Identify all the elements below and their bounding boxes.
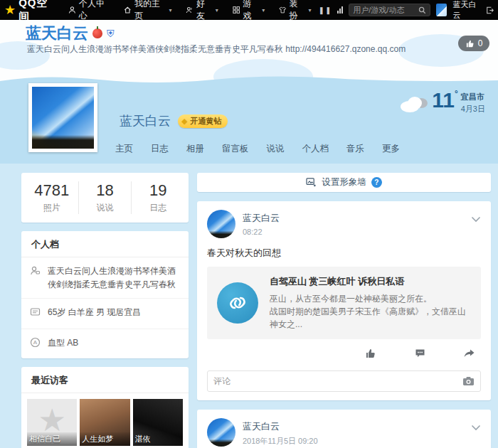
qzone-logo[interactable]: ★ QQ空间: [0, 0, 61, 23]
link-desc-line1: 巫山，从古至今都是一处神秘美丽之所在。: [270, 292, 471, 305]
stat-shuoshuo[interactable]: 18 说说: [78, 181, 132, 214]
feed-post: 蓝天白云 08:22 春天对秋天的回想 自驾巫山 赏三峡红叶 诉秋日私语 巫山，…: [197, 201, 491, 400]
share-action-icon[interactable]: [463, 348, 475, 362]
caret-down-icon: ▾: [216, 7, 218, 14]
shared-link-card[interactable]: 自驾巫山 赏三峡红叶 诉秋日私语 巫山，从古至今都是一处神秘美丽之所在。 战国时…: [207, 267, 481, 339]
post-text: 春天对秋天的回想: [207, 247, 481, 260]
signal-bars-icon[interactable]: [337, 6, 343, 14]
camera-icon[interactable]: [462, 376, 475, 386]
link-title: 自驾巫山 赏三峡红叶 诉秋日私语: [270, 275, 471, 288]
avatar-image: [32, 87, 94, 149]
post-avatar[interactable]: [207, 418, 235, 447]
weather-widget: 11° 宜昌市 4月3日: [401, 90, 485, 114]
visitor-tile[interactable]: ★ 相信自已: [27, 399, 77, 446]
nav-label: 装扮: [290, 0, 304, 22]
like-button[interactable]: 0: [458, 36, 489, 51]
post-menu-chevron-icon[interactable]: [471, 213, 481, 225]
link-globe-icon: [217, 282, 258, 324]
tab-shuoshuo[interactable]: 说说: [267, 143, 285, 155]
nav-dressup[interactable]: 装扮 ▾: [272, 0, 318, 20]
tab-more[interactable]: 更多: [382, 143, 400, 155]
visitor-tile[interactable]: 湛依: [133, 399, 183, 446]
post-time: 2018年11月5日 09:20: [243, 436, 318, 447]
set-image-wall-label: 设置形象墙: [322, 176, 366, 188]
stat-value: 4781: [26, 181, 78, 200]
svg-text:A: A: [33, 339, 38, 346]
visitor-name: 人生如梦: [80, 432, 129, 446]
profile-basic-row: 65岁 白羊座 男 现居宜昌: [21, 299, 189, 329]
caret-down-icon: ▾: [309, 7, 312, 14]
top-navbar: ★ QQ空间 个人中心 我的主页 ▾ 好友 ▾ 游戏 ▾ 装扮 ▾ ❚❚ 蓝天白…: [0, 0, 498, 20]
nav-label: 游戏: [243, 0, 258, 22]
games-grid-icon: [233, 6, 240, 14]
tab-personal-profile[interactable]: 个人档: [302, 143, 329, 155]
personal-profile-card: 个人档 蓝天白云间人生浪漫游书琴伴美酒侠剑绕指柔无意垂青史平凡写春秋 65岁 白…: [21, 231, 189, 358]
tab-blog[interactable]: 日志: [151, 143, 169, 155]
tab-album[interactable]: 相册: [186, 143, 204, 155]
comment-input[interactable]: [213, 376, 462, 386]
post-time: 08:22: [243, 228, 280, 236]
tab-music[interactable]: 音乐: [346, 143, 364, 155]
star-avatar-icon: ★: [38, 405, 65, 436]
profile-bio-text: 蓝天白云间人生浪漫游书琴伴美酒侠剑绕指柔无意垂青史平凡写春秋: [48, 265, 180, 291]
profile-bio-row: 蓝天白云间人生浪漫游书琴伴美酒侠剑绕指柔无意垂青史平凡写春秋: [21, 257, 189, 299]
search-icon[interactable]: [418, 6, 426, 14]
open-yellow-diamond-button[interactable]: ◆ 开通黄钻: [178, 114, 228, 128]
pause-icon[interactable]: ❚❚: [319, 6, 332, 14]
nav-friends[interactable]: 好友 ▾: [179, 0, 225, 20]
recent-visitors-card: 最近访客 ★ 相信自已 人生如梦 湛依 王宗顺 Qzone Qzone: [21, 367, 189, 448]
profile-blood-text: 血型 AB: [48, 336, 78, 352]
tab-home[interactable]: 主页: [115, 143, 133, 155]
profile-signature: 蓝天白云间人生浪漫游书琴伴美酒侠剑绕指柔无意垂青史平凡写春秋 http://49…: [27, 43, 406, 55]
weather-city: 宜昌市: [461, 92, 485, 102]
qzone-star-icon: ★: [4, 4, 16, 16]
nav-personal-center[interactable]: 个人中心: [61, 0, 117, 20]
visitor-tile[interactable]: 人生如梦: [80, 399, 129, 446]
profile-basic-text: 65岁 白羊座 男 现居宜昌: [48, 306, 141, 321]
person-chat-icon: [30, 265, 41, 291]
nav-label: 好友: [196, 0, 211, 22]
tab-message-board[interactable]: 留言板: [222, 143, 249, 155]
nav-games[interactable]: 游戏 ▾: [226, 0, 272, 20]
nav-my-home[interactable]: 我的主页 ▾: [117, 0, 179, 20]
profile-band: 蓝天白云 ◆ 开通黄钻 主页 日志 相册 留言板 说说 个人档 音乐 更多 11…: [0, 84, 498, 164]
stat-label: 日志: [132, 202, 184, 214]
blood-type-circle-icon: A: [30, 336, 41, 352]
stat-label: 照片: [26, 202, 78, 214]
visitor-name: 湛依: [133, 432, 183, 446]
profile-avatar[interactable]: [28, 83, 97, 152]
like-action-icon[interactable]: [365, 348, 377, 362]
apple-badge-icon[interactable]: [92, 28, 102, 38]
person-icon: [68, 6, 76, 14]
personal-profile-title: 个人档: [21, 231, 189, 257]
search-input[interactable]: [353, 6, 418, 14]
stat-photos[interactable]: 4781 照片: [26, 181, 78, 214]
thumb-up-icon: [465, 39, 475, 48]
link-desc-line2: 战国时期的楚国美男子宋玉作《高唐赋》，文借巫山神女之...: [270, 305, 471, 331]
weather-temp: 11: [432, 88, 455, 112]
topbar-avatar[interactable]: [436, 4, 447, 16]
top-search: [349, 4, 430, 16]
set-image-wall-button[interactable]: 设置形象墙 ?: [197, 173, 491, 192]
post-menu-chevron-icon[interactable]: [471, 421, 481, 434]
caret-down-icon: ▾: [169, 7, 171, 14]
nav-label: 我的主页: [134, 0, 164, 22]
weather-date: 4月3日: [461, 104, 485, 114]
comment-action-icon[interactable]: [414, 348, 426, 362]
post-author[interactable]: 蓝天白云: [243, 210, 280, 225]
feed-post: 蓝天白云 2018年11月5日 09:20 北欧纪行（4）爱沙尼亚 塔林古城走雨…: [197, 410, 491, 448]
profile-nickname: 蓝天白云: [120, 112, 171, 129]
topbar-username[interactable]: 蓝天白云: [452, 0, 480, 21]
shirt-icon: [279, 6, 286, 14]
help-icon[interactable]: ?: [371, 177, 382, 188]
caret-down-icon: ▾: [262, 7, 265, 14]
like-count: 0: [478, 38, 483, 48]
post-avatar[interactable]: [207, 210, 235, 238]
recent-visitors-title: 最近访客: [21, 367, 189, 393]
friends-icon: [186, 6, 193, 14]
logout-icon[interactable]: [486, 6, 494, 15]
stat-blogs[interactable]: 19 日志: [131, 181, 184, 214]
post-author[interactable]: 蓝天白云: [243, 418, 318, 433]
yellow-diamond-wing-icon[interactable]: ⛨: [107, 28, 115, 40]
image-wall-icon: [306, 178, 317, 187]
